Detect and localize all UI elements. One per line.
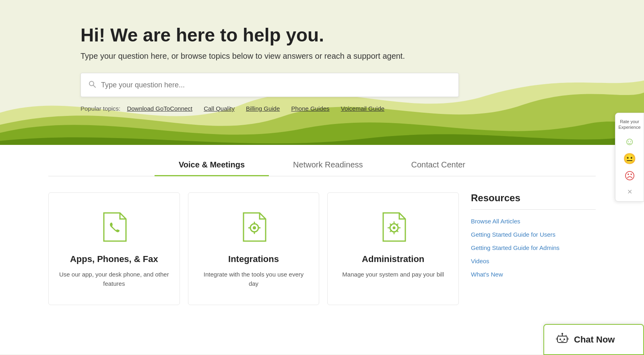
topic-download-gotoconnect[interactable]: Download GoToConnect xyxy=(127,105,192,112)
rate-label: Rate your Experience xyxy=(618,119,640,130)
rate-sad-icon[interactable]: ☹ xyxy=(624,170,635,182)
admin-document-icon xyxy=(375,209,411,245)
chat-bot-icon xyxy=(555,331,569,348)
integrations-document-icon xyxy=(235,209,272,245)
topic-phone-guides[interactable]: Phone Guides xyxy=(291,105,329,112)
search-icon xyxy=(88,80,96,90)
card-admin-desc: Manage your system and pay your bill xyxy=(342,270,444,279)
svg-line-1 xyxy=(93,85,96,87)
topic-voicemail-guide[interactable]: Voicemail Guide xyxy=(341,105,384,112)
card-apps-desc: Use our app, your desk phone, and other … xyxy=(58,270,170,288)
popular-topics: Popular topics: Download GoToConnect Cal… xyxy=(80,105,564,112)
hero-subtitle: Type your question here, or browse topic… xyxy=(80,52,564,61)
card-apps-title: Apps, Phones, & Fax xyxy=(70,254,158,264)
svg-point-5 xyxy=(392,227,395,229)
rate-widget: Rate your Experience ☺ 😐 ☹ ✕ xyxy=(615,113,644,202)
search-input[interactable] xyxy=(101,81,451,89)
resource-videos[interactable]: Videos xyxy=(471,258,596,264)
card-integrations-desc: Integrate with the tools you use every d… xyxy=(198,270,310,288)
rate-close-button[interactable]: ✕ xyxy=(627,188,632,196)
resource-browse-all[interactable]: Browse All Articles xyxy=(471,218,596,225)
svg-rect-11 xyxy=(567,338,569,340)
card-administration[interactable]: Administration Manage your system and pa… xyxy=(327,192,459,305)
resource-guide-users[interactable]: Getting Started Guide for Users xyxy=(471,231,596,238)
chat-now-button[interactable]: Chat Now xyxy=(543,324,644,355)
svg-point-8 xyxy=(564,338,565,340)
resource-whats-new[interactable]: What's New xyxy=(471,271,596,278)
hero-section: Hi! We are here to help you. Type your q… xyxy=(0,0,644,145)
svg-point-7 xyxy=(559,338,561,340)
main-content: Voice & Meetings Network Readiness Conta… xyxy=(0,145,644,354)
resources-panel: Resources Browse All Articles Getting St… xyxy=(471,192,596,305)
tab-contact-center[interactable]: Contact Center xyxy=(387,155,490,176)
card-admin-title: Administration xyxy=(362,254,424,264)
tab-network-readiness[interactable]: Network Readiness xyxy=(269,155,387,176)
topic-billing-guide[interactable]: Billing Guide xyxy=(246,105,280,112)
hero-title: Hi! We are here to help you. xyxy=(80,24,564,46)
rate-happy-icon[interactable]: ☺ xyxy=(624,135,635,148)
svg-rect-10 xyxy=(556,338,557,340)
chat-now-label: Chat Now xyxy=(574,334,615,345)
card-integrations[interactable]: Integrations Integrate with the tools yo… xyxy=(188,192,320,305)
topic-call-quality[interactable]: Call Quality xyxy=(204,105,235,112)
card-apps-phones-fax[interactable]: Apps, Phones, & Fax Use our app, your de… xyxy=(48,192,180,305)
cards-grid: Apps, Phones, & Fax Use our app, your de… xyxy=(48,192,459,305)
popular-label: Popular topics: xyxy=(80,105,120,112)
tab-voice-meetings[interactable]: Voice & Meetings xyxy=(155,155,269,176)
card-integrations-title: Integrations xyxy=(228,254,279,264)
resource-guide-admins[interactable]: Getting Started Guide for Admins xyxy=(471,244,596,251)
tabs: Voice & Meetings Network Readiness Conta… xyxy=(48,145,596,176)
svg-point-3 xyxy=(253,226,256,229)
rate-neutral-icon[interactable]: 😐 xyxy=(623,153,636,165)
svg-point-9 xyxy=(561,333,563,334)
phone-document-icon xyxy=(96,209,132,245)
search-bar[interactable] xyxy=(80,73,459,97)
resources-title: Resources xyxy=(471,192,596,210)
cards-resources-wrap: Apps, Phones, & Fax Use our app, your de… xyxy=(48,176,596,321)
